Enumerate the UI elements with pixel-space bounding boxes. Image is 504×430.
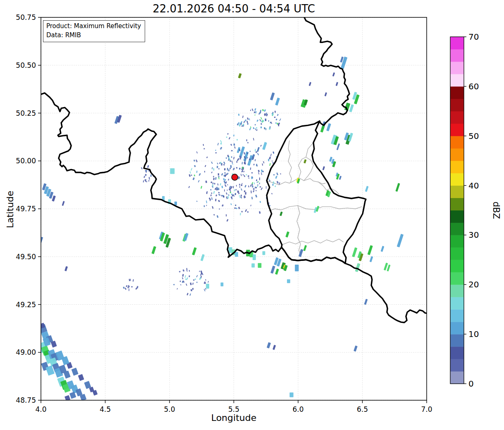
clutter-speck	[256, 119, 258, 122]
clutter-speck	[254, 182, 255, 184]
clutter-speck	[245, 119, 247, 122]
clutter-speck	[180, 284, 182, 285]
echo-cell	[332, 72, 335, 76]
clutter-speck	[182, 277, 183, 279]
clutter-speck	[186, 293, 188, 295]
clutter-speck	[275, 122, 277, 124]
colorbar-segment	[450, 161, 464, 173]
clutter-speck	[255, 111, 256, 114]
province-boundary-line	[297, 205, 301, 256]
clutter-speck	[182, 269, 184, 272]
clutter-speck	[266, 186, 267, 189]
clutter-speck	[220, 195, 221, 196]
clutter-speck	[246, 174, 247, 175]
clutter-speck	[260, 187, 263, 190]
echo-cell	[325, 92, 327, 96]
colorbar-segment	[450, 309, 464, 322]
clutter-speck	[244, 185, 246, 187]
clutter-speck	[192, 282, 193, 284]
radar-reflectivity-figure: 22.01.2026 04:50 - 04:54 UTC Product: Ma…	[0, 0, 504, 430]
clutter-speck	[266, 112, 267, 115]
clutter-speck	[230, 203, 232, 205]
clutter-speck	[127, 287, 129, 288]
echo-cell	[78, 374, 84, 381]
colorbar-segment	[450, 235, 464, 247]
y-tick-label: 49.75	[16, 205, 36, 213]
data-source-line: Data: RMIB	[46, 31, 141, 40]
clutter-speck	[246, 139, 247, 141]
clutter-speck	[123, 287, 124, 289]
clutter-speck	[252, 108, 253, 111]
y-tick-label: 49.25	[16, 301, 36, 309]
clutter-speck	[236, 161, 238, 163]
clutter-speck	[234, 143, 235, 146]
clutter-speck	[223, 196, 225, 198]
clutter-speck	[254, 111, 255, 113]
clutter-speck	[143, 180, 144, 182]
clutter-speck	[129, 289, 129, 291]
echo-cell	[247, 155, 253, 166]
clutter-speck	[217, 184, 218, 186]
clutter-speck	[191, 168, 192, 171]
clutter-speck	[241, 188, 242, 191]
clutter-speck	[244, 162, 246, 165]
clutter-speck	[272, 184, 274, 186]
y-tick-label: 49.50	[16, 253, 36, 261]
clutter-speck	[239, 168, 241, 170]
clutter-speck	[260, 123, 262, 125]
clutter-speck	[255, 159, 256, 161]
clutter-speck	[250, 110, 251, 111]
clutter-speck	[211, 193, 212, 194]
clutter-speck	[221, 163, 222, 165]
clutter-speck	[255, 186, 256, 189]
clutter-speck	[243, 174, 244, 175]
clutter-speck	[244, 191, 245, 192]
clutter-speck	[251, 197, 253, 199]
clutter-speck	[256, 187, 257, 189]
echo-cell	[287, 279, 290, 283]
clutter-speck	[256, 151, 257, 153]
clutter-speck	[191, 174, 192, 176]
colorbar-segment	[450, 210, 464, 223]
clutter-speck	[265, 128, 266, 130]
clutter-speck	[259, 177, 260, 180]
clutter-speck	[150, 174, 152, 177]
echo-cell	[253, 254, 256, 260]
clutter-speck	[215, 188, 216, 190]
clutter-speck	[194, 165, 196, 167]
clutter-speck	[189, 270, 190, 272]
clutter-speck	[227, 168, 228, 170]
colorbar-segment	[450, 284, 464, 297]
clutter-speck	[269, 163, 270, 166]
clutter-speck	[225, 172, 226, 174]
colorbar-segment	[450, 74, 464, 86]
echo-cell	[52, 196, 56, 202]
product-line: Product: Maximum Reflectivity	[46, 22, 141, 31]
clutter-speck	[199, 277, 201, 280]
clutter-speck	[241, 184, 242, 186]
clutter-speck	[260, 117, 262, 119]
clutter-speck	[125, 288, 127, 290]
clutter-speck	[193, 160, 195, 162]
clutter-speck	[133, 279, 134, 282]
echo-cell	[251, 263, 255, 268]
echo-cell	[336, 82, 338, 86]
echo-cell	[303, 159, 306, 163]
echo-cell	[303, 245, 307, 251]
clutter-speck	[218, 173, 219, 175]
clutter-speck	[265, 119, 266, 121]
clutter-speck	[206, 205, 207, 206]
colorbar-segment	[450, 86, 464, 99]
clutter-speck	[196, 275, 198, 277]
x-tick-label: 5.0	[164, 405, 175, 413]
clutter-speck	[236, 185, 237, 186]
clutter-speck	[245, 192, 246, 194]
clutter-speck	[260, 145, 262, 147]
clutter-speck	[206, 191, 208, 193]
clutter-speck	[268, 120, 269, 122]
clutter-speck	[240, 123, 241, 125]
clutter-speck	[213, 176, 214, 177]
clutter-speck	[225, 184, 227, 187]
clutter-speck	[213, 182, 214, 184]
clutter-speck	[261, 172, 262, 175]
